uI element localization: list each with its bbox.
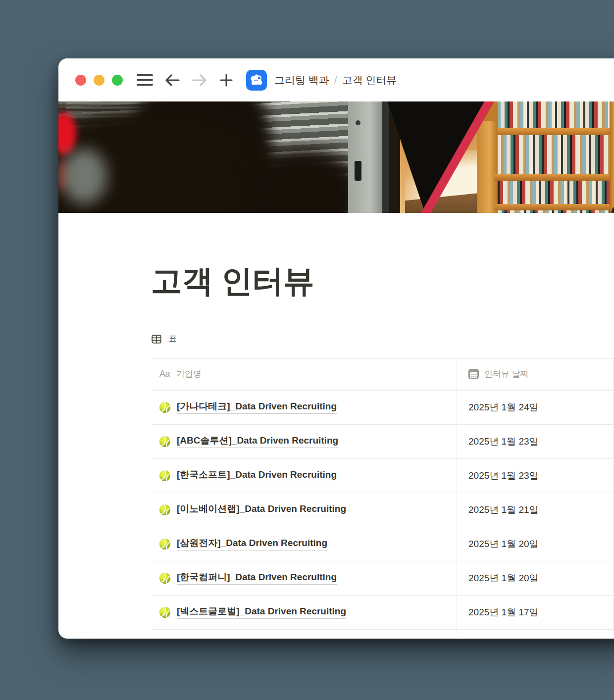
forward-button[interactable] <box>192 74 207 87</box>
app-logo-icon[interactable] <box>246 70 267 91</box>
row-page-link[interactable]: [한국소프트]_Data Driven Recruiting <box>177 469 337 482</box>
breadcrumb-workspace[interactable]: 그리팅 백과 <box>274 73 329 87</box>
plus-icon <box>220 74 233 87</box>
table-row: [한국컴퍼니]_Data Driven Recruiting 2025년 1월 … <box>151 561 614 595</box>
desktop-background: { "titlebar": { "window_controls": { "cl… <box>0 0 614 700</box>
table-header-row: Aa 기업명 인터뷰 날짜 <box>151 358 614 390</box>
tennis-ball-icon <box>159 539 170 550</box>
page-title[interactable]: 고객 인터뷰 <box>151 262 614 300</box>
column-header-date-label: 인터뷰 날짜 <box>484 368 529 380</box>
back-button[interactable] <box>165 74 180 87</box>
tennis-ball-icon <box>159 573 170 584</box>
table-row: [삼원전자]_Data Driven Recruiting 2025년 1월 2… <box>151 527 614 561</box>
arrow-right-icon <box>192 74 207 87</box>
table-row: [이노베이션랩]_Data Driven Recruiting 2025년 1월… <box>151 493 614 527</box>
breadcrumb-separator: / <box>334 74 337 86</box>
row-page-link[interactable]: [ABC솔루션]_Data Driven Recruiting <box>177 435 338 448</box>
row-page-link[interactable]: [넥스트글로벌]_Data Driven Recruiting <box>177 605 346 619</box>
tennis-ball-icon <box>159 607 170 618</box>
text-type-icon: Aa <box>159 369 170 379</box>
database-table: Aa 기업명 인터뷰 날짜 [가나다테크]_Data Driven Recrui… <box>151 358 614 634</box>
window-controls <box>75 75 123 86</box>
row-date-cell[interactable]: 2025년 1월 23일 <box>457 459 613 493</box>
row-date-cell[interactable]: 2025년 1월 21일 <box>457 493 613 527</box>
table-row: [한국소프트]_Data Driven Recruiting 2025년 1월 … <box>151 458 614 493</box>
table-row-partial <box>151 629 614 634</box>
breadcrumb-page[interactable]: 고객 인터뷰 <box>342 73 397 87</box>
new-tab-button[interactable] <box>220 74 233 87</box>
menu-button[interactable] <box>137 74 153 86</box>
row-date-cell[interactable]: 2025년 1월 24일 <box>457 391 613 424</box>
table-row: [ABC솔루션]_Data Driven Recruiting 2025년 1월… <box>151 424 614 458</box>
menu-icon <box>137 74 153 86</box>
table-row: [넥스트글로벌]_Data Driven Recruiting 2025년 1월… <box>151 595 614 629</box>
calendar-icon <box>468 369 479 379</box>
minimize-button[interactable] <box>94 75 104 86</box>
view-tab-table[interactable]: 표 <box>151 334 614 345</box>
tennis-ball-icon <box>159 402 170 413</box>
column-header-name[interactable]: Aa 기업명 <box>151 359 457 390</box>
breadcrumb: 그리팅 백과 / 고객 인터뷰 <box>274 73 397 87</box>
cover-bookshelf <box>477 101 614 213</box>
table-view-icon <box>151 334 162 345</box>
app-window: 그리팅 백과 / 고객 인터뷰 <box>58 58 614 639</box>
tennis-ball-icon <box>159 470 170 481</box>
page-content: 고객 인터뷰 표 Aa 기업명 인터뷰 날짜 <box>58 213 614 639</box>
row-page-link[interactable]: [가나다테크]_Data Driven Recruiting <box>177 400 337 414</box>
cover-panel-edge <box>348 101 389 213</box>
row-date-cell[interactable]: 2025년 1월 20일 <box>457 527 613 561</box>
row-date-cell[interactable]: 2025년 1월 17일 <box>457 596 613 629</box>
row-date-cell[interactable]: 2025년 1월 23일 <box>457 425 613 458</box>
zoom-button[interactable] <box>112 75 123 86</box>
window-titlebar: 그리팅 백과 / 고객 인터뷰 <box>58 58 614 101</box>
column-header-name-label: 기업명 <box>176 368 202 380</box>
row-date-cell[interactable]: 2025년 1월 20일 <box>457 561 613 595</box>
row-page-link[interactable]: [이노베이션랩]_Data Driven Recruiting <box>177 503 346 516</box>
close-button[interactable] <box>75 75 86 86</box>
tennis-ball-icon <box>159 436 170 447</box>
row-page-link[interactable]: [삼원전자]_Data Driven Recruiting <box>177 537 327 550</box>
row-page-link[interactable]: [한국컴퍼니]_Data Driven Recruiting <box>177 571 337 585</box>
cover-image <box>58 101 614 213</box>
arrow-left-icon <box>165 74 180 87</box>
tennis-ball-icon <box>159 504 170 515</box>
column-header-date[interactable]: 인터뷰 날짜 <box>457 359 613 390</box>
table-row: [가나다테크]_Data Driven Recruiting 2025년 1월 … <box>151 390 614 424</box>
view-label: 표 <box>169 334 177 344</box>
